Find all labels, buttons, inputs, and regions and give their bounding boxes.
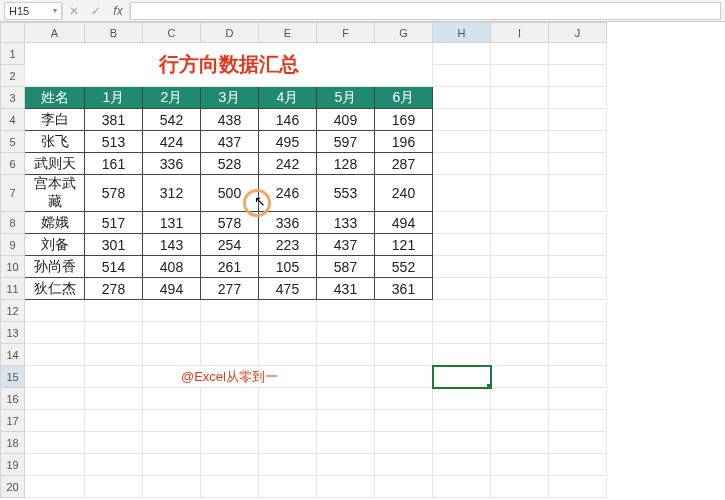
grid-cell[interactable] bbox=[259, 432, 317, 454]
value-cell[interactable]: 223 bbox=[259, 234, 317, 256]
value-cell[interactable]: 196 bbox=[375, 131, 433, 153]
row-header[interactable]: 8 bbox=[1, 212, 25, 234]
grid-cell[interactable] bbox=[549, 87, 607, 109]
row-header[interactable]: 20 bbox=[1, 476, 25, 498]
fx-icon[interactable]: fx bbox=[107, 4, 129, 18]
table-header[interactable]: 5月 bbox=[317, 87, 375, 109]
grid-cell[interactable] bbox=[433, 153, 491, 175]
value-cell[interactable]: 246 bbox=[259, 175, 317, 212]
value-cell[interactable]: 431 bbox=[317, 278, 375, 300]
value-cell[interactable]: 409 bbox=[317, 109, 375, 131]
grid-cell[interactable] bbox=[25, 476, 85, 498]
grid-cell[interactable] bbox=[259, 344, 317, 366]
grid-cell[interactable] bbox=[25, 322, 85, 344]
value-cell[interactable]: 542 bbox=[143, 109, 201, 131]
value-cell[interactable]: 143 bbox=[143, 234, 201, 256]
grid-cell[interactable] bbox=[491, 153, 549, 175]
sheet-title[interactable]: 行方向数据汇总 bbox=[25, 43, 433, 87]
grid-cell[interactable] bbox=[143, 300, 201, 322]
table-header[interactable]: 4月 bbox=[259, 87, 317, 109]
row-header[interactable]: 14 bbox=[1, 344, 25, 366]
value-cell[interactable]: 277 bbox=[201, 278, 259, 300]
grid-cell[interactable] bbox=[433, 256, 491, 278]
grid-cell[interactable] bbox=[25, 388, 85, 410]
value-cell[interactable]: 361 bbox=[375, 278, 433, 300]
value-cell[interactable]: 578 bbox=[85, 175, 143, 212]
row-header[interactable]: 5 bbox=[1, 131, 25, 153]
active-cell[interactable] bbox=[433, 366, 491, 388]
grid-cell[interactable] bbox=[491, 410, 549, 432]
grid-cell[interactable] bbox=[491, 109, 549, 131]
grid-cell[interactable] bbox=[317, 476, 375, 498]
grid-cell[interactable] bbox=[201, 432, 259, 454]
name-cell[interactable]: 刘备 bbox=[25, 234, 85, 256]
row-header[interactable]: 1 bbox=[1, 43, 25, 65]
value-cell[interactable]: 287 bbox=[375, 153, 433, 175]
grid-cell[interactable] bbox=[85, 410, 143, 432]
grid-cell[interactable] bbox=[549, 278, 607, 300]
grid-cell[interactable] bbox=[549, 256, 607, 278]
grid-cell[interactable] bbox=[491, 175, 549, 212]
grid-cell[interactable] bbox=[433, 175, 491, 212]
value-cell[interactable]: 169 bbox=[375, 109, 433, 131]
row-header[interactable]: 10 bbox=[1, 256, 25, 278]
grid-cell[interactable] bbox=[375, 322, 433, 344]
grid-cell[interactable] bbox=[433, 476, 491, 498]
row-header[interactable]: 18 bbox=[1, 432, 25, 454]
row-header[interactable]: 15 bbox=[1, 366, 25, 388]
grid-cell[interactable] bbox=[433, 212, 491, 234]
grid-cell[interactable] bbox=[317, 410, 375, 432]
grid-cell[interactable] bbox=[491, 432, 549, 454]
grid-cell[interactable] bbox=[549, 175, 607, 212]
value-cell[interactable]: 438 bbox=[201, 109, 259, 131]
name-box[interactable]: H15 ▾ bbox=[4, 2, 62, 20]
value-cell[interactable]: 528 bbox=[201, 153, 259, 175]
grid-cell[interactable] bbox=[433, 388, 491, 410]
grid-cell[interactable] bbox=[433, 65, 491, 87]
grid-cell[interactable] bbox=[433, 300, 491, 322]
grid-cell[interactable] bbox=[259, 410, 317, 432]
grid-cell[interactable] bbox=[549, 153, 607, 175]
grid-cell[interactable] bbox=[25, 344, 85, 366]
grid-cell[interactable] bbox=[201, 344, 259, 366]
grid-cell[interactable] bbox=[433, 43, 491, 65]
grid-cell[interactable] bbox=[375, 476, 433, 498]
grid-cell[interactable] bbox=[259, 388, 317, 410]
grid-cell[interactable] bbox=[85, 300, 143, 322]
value-cell[interactable]: 254 bbox=[201, 234, 259, 256]
grid-cell[interactable] bbox=[491, 322, 549, 344]
value-cell[interactable]: 301 bbox=[85, 234, 143, 256]
spreadsheet[interactable]: A B C D E F G H I J 1 行方向数据汇总 2 3 姓名 1月 … bbox=[0, 22, 725, 498]
grid-cell[interactable] bbox=[549, 388, 607, 410]
grid-cell[interactable] bbox=[201, 300, 259, 322]
row-header[interactable]: 4 bbox=[1, 109, 25, 131]
grid-cell[interactable]: @Excel从零到一 bbox=[143, 366, 317, 388]
grid-cell[interactable] bbox=[549, 65, 607, 87]
grid-cell[interactable] bbox=[201, 476, 259, 498]
row-header[interactable]: 19 bbox=[1, 454, 25, 476]
table-header[interactable]: 2月 bbox=[143, 87, 201, 109]
col-header[interactable]: H bbox=[433, 23, 491, 43]
grid-cell[interactable] bbox=[85, 366, 143, 388]
grid-cell[interactable] bbox=[317, 388, 375, 410]
col-header[interactable]: D bbox=[201, 23, 259, 43]
value-cell[interactable]: 240 bbox=[375, 175, 433, 212]
grid-cell[interactable] bbox=[85, 476, 143, 498]
grid-cell[interactable] bbox=[85, 322, 143, 344]
grid-cell[interactable] bbox=[433, 432, 491, 454]
grid-cell[interactable] bbox=[491, 131, 549, 153]
row-header[interactable]: 9 bbox=[1, 234, 25, 256]
grid-cell[interactable] bbox=[549, 131, 607, 153]
grid-cell[interactable] bbox=[143, 322, 201, 344]
grid-cell[interactable] bbox=[201, 388, 259, 410]
grid-cell[interactable] bbox=[549, 109, 607, 131]
grid-cell[interactable] bbox=[317, 322, 375, 344]
value-cell[interactable]: 578 bbox=[201, 212, 259, 234]
col-header[interactable]: E bbox=[259, 23, 317, 43]
grid-cell[interactable] bbox=[549, 300, 607, 322]
name-cell[interactable]: 嫦娥 bbox=[25, 212, 85, 234]
grid-cell[interactable] bbox=[491, 256, 549, 278]
value-cell[interactable]: 597 bbox=[317, 131, 375, 153]
grid-cell[interactable] bbox=[491, 234, 549, 256]
grid-cell[interactable] bbox=[259, 322, 317, 344]
